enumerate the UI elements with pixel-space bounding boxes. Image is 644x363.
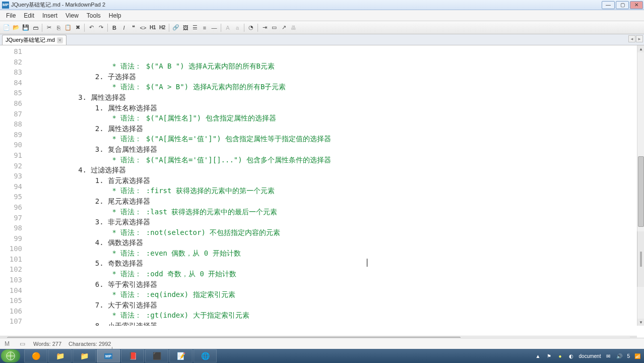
vscroll-thumb[interactable] <box>638 156 644 227</box>
export-icon[interactable]: ↗ <box>279 23 288 32</box>
word-count: Words: 277 <box>33 341 61 347</box>
undo-icon[interactable]: ↶ <box>87 23 96 32</box>
tray-vol-icon[interactable]: 🔊 <box>616 352 623 359</box>
save-icon[interactable]: 💾 <box>21 23 30 32</box>
hr-icon[interactable]: — <box>210 23 219 32</box>
minimize-button[interactable]: — <box>602 1 615 9</box>
line-gutter: 8182838485868788899091929394959697989910… <box>0 45 27 326</box>
tab-prev-icon[interactable]: ◄ <box>628 35 635 42</box>
right-handle[interactable] <box>637 231 644 287</box>
task-markdownpad[interactable]: MP <box>97 349 120 362</box>
task-chrome[interactable]: 🌐 <box>194 349 217 362</box>
statusbar: M ▭ Words: 277 Characters: 2992 <box>0 338 644 349</box>
scroll-up-icon[interactable]: ▲ <box>637 45 644 52</box>
cut-icon[interactable]: ✂ <box>44 23 53 32</box>
italic-icon[interactable]: I <box>119 23 128 32</box>
tray-mail-icon[interactable]: ✉ <box>605 352 612 359</box>
text-cursor <box>367 259 367 267</box>
menu-edit[interactable]: Edit <box>20 11 38 20</box>
markdown-icon: M <box>3 340 11 348</box>
bold-icon[interactable]: B <box>110 23 119 32</box>
copy-icon[interactable]: ⎘ <box>54 23 63 32</box>
maximize-button[interactable]: ▢ <box>616 1 629 9</box>
lower-icon[interactable]: a <box>233 23 242 32</box>
titlebar: MP JQuery基础笔记.md - MarkdownPad 2 — ▢ ✕ <box>0 0 644 10</box>
start-button[interactable] <box>1 349 20 362</box>
delete-icon[interactable]: ✖ <box>73 23 82 32</box>
h1-button[interactable]: H1 <box>148 23 157 32</box>
tray-doc-label: document <box>579 353 601 359</box>
task-pdf[interactable]: 📕 <box>121 349 144 362</box>
tray-disk-icon[interactable]: ◐ <box>568 352 575 359</box>
link-icon[interactable]: 🔗 <box>171 23 180 32</box>
char-count: Characters: 2992 <box>69 341 111 347</box>
windows-icon <box>6 351 15 360</box>
scroll-down-icon[interactable]: ▼ <box>637 319 644 326</box>
tray-count: 5 <box>627 353 630 359</box>
h2-button[interactable]: H2 <box>158 23 167 32</box>
task-explorer2[interactable]: 📁 <box>73 349 96 362</box>
upper-icon[interactable]: A <box>223 23 232 32</box>
ol-icon[interactable]: ≡ <box>200 23 209 32</box>
quote-icon[interactable]: ❝ <box>129 23 138 32</box>
code-area[interactable]: * 语法： $("A B ") 选择A元素内部的所有B元素 2. 子选择器 * … <box>27 45 644 326</box>
save-all-icon[interactable]: 🗃 <box>31 23 40 32</box>
system-tray[interactable]: ▲ ⚑ ● ◐ document ✉ 🔊 5 📶 <box>535 349 644 363</box>
tab-title: JQuery基础笔记.md <box>6 36 55 44</box>
menu-help[interactable]: Help <box>105 11 125 20</box>
tray-flag-icon[interactable]: ⚑ <box>546 352 553 359</box>
ul-icon[interactable]: ☰ <box>190 23 200 32</box>
task-explorer[interactable]: 📁 <box>48 349 72 362</box>
tray-net-icon[interactable]: 📶 <box>634 352 641 359</box>
menu-insert[interactable]: Insert <box>38 11 61 20</box>
task-ide[interactable]: ⬛ <box>145 349 168 362</box>
menu-view[interactable]: View <box>61 11 83 20</box>
menu-tools[interactable]: Tools <box>83 11 105 20</box>
redo-icon[interactable]: ↷ <box>96 23 105 32</box>
menu-file[interactable]: File <box>2 11 20 20</box>
print-icon[interactable]: 🖶 <box>289 23 298 32</box>
code-icon[interactable]: <> <box>139 23 148 32</box>
browser-icon[interactable]: ▭ <box>270 23 279 32</box>
timestamp-icon[interactable]: ◔ <box>246 23 255 32</box>
tab-next-icon[interactable]: ► <box>636 35 643 42</box>
task-app1[interactable]: 🟠 <box>24 349 47 362</box>
tabbar: JQuery基础笔记.md ✕ ◄ ► <box>0 34 644 45</box>
tray-mic-icon[interactable]: ● <box>557 352 564 359</box>
preview-icon[interactable]: ⇥ <box>260 23 269 32</box>
app-icon: MP <box>2 2 9 9</box>
close-button[interactable]: ✕ <box>630 1 643 9</box>
taskbar: 🟠 📁 📁 MP 📕 ⬛ 📝 🌐 ▲ ⚑ ● ◐ document ✉ 🔊 5 … <box>0 349 644 363</box>
tray-up-icon[interactable]: ▲ <box>535 352 542 359</box>
document-tab[interactable]: JQuery基础笔记.md ✕ <box>2 35 67 45</box>
window-title: JQuery基础笔记.md - MarkdownPad 2 <box>11 1 105 9</box>
paste-icon[interactable]: 📋 <box>63 23 73 32</box>
image-icon[interactable]: 🖼 <box>181 23 190 32</box>
editor[interactable]: 8182838485868788899091929394959697989910… <box>0 45 644 326</box>
menubar: File Edit Insert View Tools Help <box>0 10 644 21</box>
new-file-icon[interactable]: 📄 <box>2 23 11 32</box>
toolbar: 📄 📂 💾 🗃 ✂ ⎘ 📋 ✖ ↶ ↷ B I ❝ <> H1 H2 🔗 🖼 ☰… <box>0 21 644 34</box>
open-file-icon[interactable]: 📂 <box>12 23 21 32</box>
book-icon: ▭ <box>18 340 26 348</box>
task-notepad[interactable]: 📝 <box>169 349 192 362</box>
tab-close-icon[interactable]: ✕ <box>57 37 63 43</box>
